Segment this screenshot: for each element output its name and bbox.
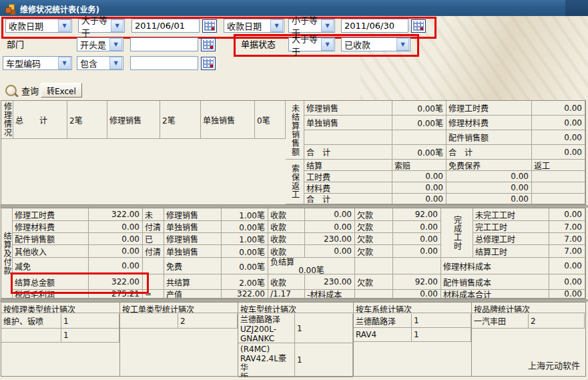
cell: 修理工时费 — [13, 208, 89, 221]
cell: 收款 — [268, 245, 305, 258]
header-cell: 索赔 — [392, 160, 447, 171]
model-input[interactable] — [130, 56, 198, 70]
chevron-down-icon: ▼ — [321, 38, 334, 51]
date-field-select-b[interactable]: 收款日期 ▼ — [224, 19, 284, 33]
model-op-select[interactable]: 包含 ▼ — [77, 56, 123, 70]
status-op-select-value: 大于等于 — [292, 32, 321, 57]
cell: 维护、钣喷 — [1, 314, 61, 329]
hours-grid: 完成工时 未完工工时 0.00 完工工时 7.00 总修理工时 7.00 结算工… — [441, 208, 585, 299]
cell: 修理材料费 — [13, 221, 89, 233]
cell: -材料成本 — [305, 290, 355, 299]
cell: 0.00 — [447, 194, 532, 204]
cell: 0.00 — [89, 221, 143, 233]
cell: 总修理工时 — [473, 233, 549, 245]
cell: 0.00 — [392, 182, 447, 194]
cell: 结算工时 — [473, 245, 549, 258]
header-cell: 免费保养 — [447, 160, 532, 171]
calendar-icon[interactable] — [201, 38, 216, 51]
cell: 0.00笔 — [222, 245, 268, 258]
cell: 1.00笔 — [222, 233, 268, 245]
date-input-from[interactable] — [131, 19, 200, 33]
query-button[interactable]: 查询 — [5, 84, 39, 97]
model-field-select[interactable]: 车型编码 ▼ — [3, 56, 72, 70]
cell: 0.00 — [305, 208, 355, 221]
cell: 2 — [178, 314, 238, 329]
cell: 共结算 — [164, 274, 222, 290]
dept-label: 部门 — [7, 37, 24, 51]
header-cell: 结算 — [304, 160, 392, 171]
cell: /1.17 — [268, 290, 305, 299]
date-op-select-b[interactable]: 小于等于 ▼ — [288, 19, 335, 33]
cell: 0.00 — [393, 290, 441, 299]
cell: 单独销售 — [201, 101, 255, 139]
cell: (R4MC) RAV42.4L豪华 版 — [238, 343, 295, 377]
section-label: 索保返工 — [286, 160, 304, 204]
export-excel-button[interactable]: 转Excel — [41, 83, 82, 98]
cell: 欠款 — [355, 208, 393, 221]
panel-repair-type: 按修理类型统计辆次 维护、钣喷 1 1 — [1, 303, 120, 376]
date-input-to[interactable] — [341, 19, 408, 33]
cell: 322.00 — [89, 208, 143, 221]
repair-info-grid: 修理情况 总 计 2笔 修理销售 2笔 单独销售 0笔 — [1, 101, 286, 139]
cell: 0.00 — [549, 208, 585, 221]
cell: 修理材料成本 — [441, 258, 549, 274]
cell: 0.00 — [532, 101, 585, 116]
cell: 1.00笔 — [222, 208, 268, 221]
cell: 修理销售 — [107, 101, 160, 139]
cell: 0.00 — [532, 116, 585, 130]
cell — [355, 258, 393, 274]
cell: 0.00 — [549, 258, 585, 274]
chevron-down-icon: ▼ — [321, 19, 334, 32]
cell — [393, 258, 441, 274]
chevron-down-icon: ▼ — [109, 38, 122, 51]
cell: 1 — [61, 329, 119, 343]
cell: 材料费 — [304, 182, 392, 194]
panel-title: 按车型统计辆次 — [238, 303, 353, 313]
dept-op-select[interactable]: 开头是 ▼ — [77, 37, 123, 51]
dept-input[interactable] — [130, 37, 198, 51]
status-value-select-value: 已收款 — [344, 38, 370, 51]
cell: 0.00 — [532, 130, 585, 145]
status-value-select[interactable]: 已收款 ▼ — [341, 37, 410, 51]
cell: 已 — [143, 233, 164, 245]
date-field-select-a[interactable]: 收款日期 ▼ — [5, 19, 72, 33]
date-op-select-a[interactable]: 大于等于 ▼ — [78, 19, 125, 33]
cell — [355, 290, 393, 299]
cell: 7.00 — [549, 245, 585, 258]
header-cell: 返工 — [532, 160, 585, 171]
cell: 230.00 — [305, 233, 355, 245]
cell: 合 计 — [304, 145, 392, 160]
negative-settlement-cell: 负结算 0.00笔 — [268, 258, 355, 274]
cell — [532, 194, 585, 204]
calendar-icon[interactable] — [411, 19, 426, 33]
total-amount-highlight-box — [11, 272, 149, 294]
cell: 2笔 — [160, 101, 201, 139]
cell: 0.00 — [447, 182, 532, 194]
cell: 其他收入 — [13, 245, 89, 258]
cell: 0.00 — [89, 233, 143, 245]
cell: 合 计 — [447, 145, 532, 160]
cell: 未完工工时 — [473, 208, 549, 221]
cell: 修理销售 — [164, 233, 222, 245]
cell: 2.00笔 — [222, 274, 268, 290]
cell: 0.00 — [393, 221, 441, 233]
cell: 配件销售额 — [13, 233, 89, 245]
repair-summary-table: 修理情况 总 计 2笔 修理销售 2笔 单独销售 0笔 未结算销售额 修理销售 … — [1, 100, 586, 205]
status-op-select[interactable]: 大于等于 ▼ — [288, 37, 335, 51]
warranty-grid: 索保返工 结算 索赔 免费保养 返工 工时费 0.00 0.00 材料费 0.0… — [286, 160, 585, 204]
cell: 0.00 — [393, 233, 441, 245]
date-field-select-b-value: 收款日期 — [227, 19, 262, 32]
cell: 0.00笔 — [392, 116, 447, 130]
cell: 修理销售 — [164, 208, 222, 221]
panel-vehicle-model: 按车型统计辆次 兰德酷路泽 UZJ200L- GNANKC 1 (R4MC) R… — [238, 303, 354, 376]
cell: 322.00 — [222, 290, 268, 299]
unsettled-grid: 未结算销售额 修理销售 0.00笔 修理工时费 0.00 单独销售 0.00笔 … — [286, 101, 585, 160]
cell — [304, 130, 392, 145]
calendar-icon[interactable] — [201, 57, 216, 70]
cell: 0.00 — [393, 245, 441, 258]
cell: 兰德酷路泽 — [354, 314, 412, 328]
calendar-icon[interactable] — [202, 19, 217, 33]
app-icon — [5, 4, 15, 13]
cell: 总 计 — [13, 101, 67, 139]
cell: 未 — [143, 208, 164, 221]
